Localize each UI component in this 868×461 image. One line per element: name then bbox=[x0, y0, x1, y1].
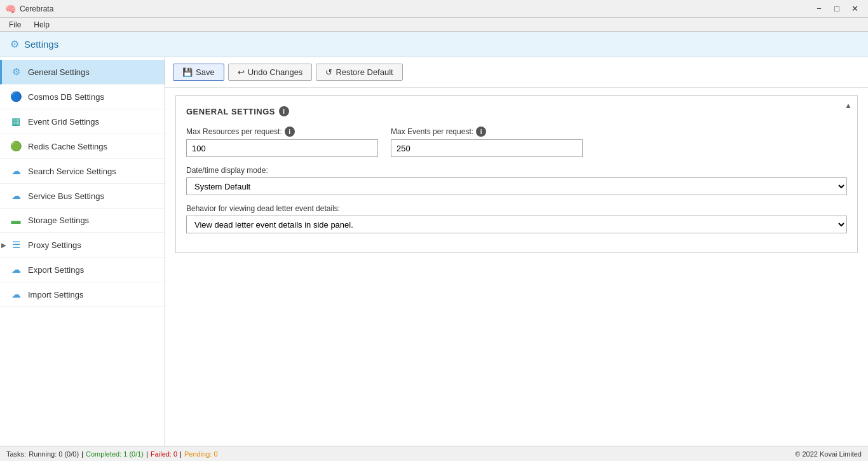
max-events-label-text: Max Events per request: bbox=[391, 127, 473, 136]
sidebar-item-export-label: Export Settings bbox=[28, 265, 84, 275]
maximize-button[interactable]: □ bbox=[829, 3, 845, 15]
sidebar-item-proxy-label: Proxy Settings bbox=[28, 240, 81, 250]
sidebar-item-search-service[interactable]: ☁ Search Service Settings bbox=[0, 159, 165, 184]
status-tasks-label: Tasks: bbox=[6, 450, 26, 458]
max-resources-label: Max Resources per request: i bbox=[186, 127, 378, 137]
max-resources-info-icon[interactable]: i bbox=[285, 127, 295, 137]
collapse-arrow-icon: ▶ bbox=[1, 242, 6, 249]
undo-button[interactable]: ↩ Undo Changes bbox=[228, 64, 313, 81]
sidebar-item-event-grid-label: Event Grid Settings bbox=[28, 117, 99, 127]
behavior-select[interactable]: View dead letter event details in side p… bbox=[186, 216, 847, 233]
minimize-button[interactable]: − bbox=[811, 3, 827, 15]
titlebar-controls: − □ ✕ bbox=[811, 3, 863, 15]
titlebar: 🧠 Cerebrata − □ ✕ bbox=[0, 0, 868, 18]
max-events-info-icon[interactable]: i bbox=[476, 127, 486, 137]
save-button[interactable]: 💾 Save bbox=[173, 64, 224, 81]
section-header: GENERAL SETTINGS i bbox=[186, 106, 847, 116]
behavior-group: Behavior for viewing dead letter event d… bbox=[186, 204, 847, 233]
general-settings-section: ▲ GENERAL SETTINGS i Max Resources per r… bbox=[175, 95, 858, 253]
toolbar: 💾 Save ↩ Undo Changes ↺ Restore Default bbox=[165, 57, 868, 88]
sidebar-item-redis-label: Redis Cache Settings bbox=[28, 142, 107, 151]
status-copyright: © 2022 Kovai Limited bbox=[795, 450, 862, 458]
settings-gear-icon: ⚙ bbox=[10, 38, 19, 50]
titlebar-left: 🧠 Cerebrata bbox=[5, 4, 53, 14]
app-header-title: ⚙ Settings bbox=[10, 38, 58, 50]
sidebar-item-general-settings[interactable]: ⚙ General Settings bbox=[0, 60, 165, 85]
scroll-up-button[interactable]: ▲ bbox=[844, 101, 852, 110]
app-title: Cerebrata bbox=[20, 4, 53, 13]
sidebar-item-cosmos-db[interactable]: 🔵 Cosmos DB Settings bbox=[0, 85, 165, 109]
sidebar-item-import-label: Import Settings bbox=[28, 290, 83, 299]
sidebar-item-storage[interactable]: ▬ Storage Settings bbox=[0, 209, 165, 233]
proxy-icon: ☰ bbox=[10, 239, 22, 251]
save-label: Save bbox=[196, 67, 215, 77]
sidebar-item-service-bus[interactable]: ☁ Service Bus Settings bbox=[0, 184, 165, 209]
max-events-group: Max Events per request: i bbox=[391, 127, 583, 157]
menu-help[interactable]: Help bbox=[27, 19, 56, 31]
sidebar-item-event-grid[interactable]: ▦ Event Grid Settings bbox=[0, 109, 165, 134]
event-grid-icon: ▦ bbox=[10, 116, 22, 127]
status-separator-2: | bbox=[146, 450, 148, 458]
sidebar-item-redis-cache[interactable]: 🟢 Redis Cache Settings bbox=[0, 134, 165, 159]
storage-icon: ▬ bbox=[10, 215, 22, 226]
status-running-text: Running: 0 (0/0) bbox=[29, 450, 79, 458]
status-completed-text: Completed: 1 (0/1) bbox=[86, 450, 144, 458]
status-separator-1: | bbox=[81, 450, 83, 458]
service-bus-icon: ☁ bbox=[10, 190, 22, 202]
behavior-label-text: Behavior for viewing dead letter event d… bbox=[186, 204, 340, 213]
sidebar-item-export[interactable]: ☁ Export Settings bbox=[0, 258, 165, 282]
redis-cache-icon: 🟢 bbox=[10, 141, 22, 152]
behavior-label: Behavior for viewing dead letter event d… bbox=[186, 204, 847, 213]
section-info-icon[interactable]: i bbox=[279, 106, 289, 116]
settings-content: ▲ GENERAL SETTINGS i Max Resources per r… bbox=[165, 88, 868, 446]
status-separator-3: | bbox=[180, 450, 182, 458]
sidebar-item-general-label: General Settings bbox=[28, 67, 90, 77]
max-resources-input[interactable] bbox=[186, 139, 378, 157]
statusbar: Tasks: Running: 0 (0/0) | Completed: 1 (… bbox=[0, 446, 868, 461]
datetime-select[interactable]: System Default Local Time UTC bbox=[186, 177, 847, 195]
app-body: ⚙ Settings ⚙ General Settings 🔵 Cosmos D… bbox=[0, 32, 868, 446]
menu-file[interactable]: File bbox=[3, 19, 27, 31]
menubar: File Help bbox=[0, 18, 868, 32]
sidebar-item-import[interactable]: ☁ Import Settings bbox=[0, 282, 165, 307]
status-tasks: Tasks: Running: 0 (0/0) | Completed: 1 (… bbox=[6, 450, 218, 458]
sidebar-item-storage-label: Storage Settings bbox=[28, 216, 89, 225]
import-icon: ☁ bbox=[10, 289, 22, 300]
status-pending-text: Pending: 0 bbox=[184, 450, 218, 458]
restore-icon: ↺ bbox=[325, 67, 332, 77]
close-button[interactable]: ✕ bbox=[846, 3, 863, 15]
restore-label: Restore Default bbox=[336, 67, 393, 77]
section-title: GENERAL SETTINGS bbox=[186, 107, 275, 116]
search-service-icon: ☁ bbox=[10, 165, 22, 177]
general-settings-icon: ⚙ bbox=[10, 66, 22, 78]
main-panel: 💾 Save ↩ Undo Changes ↺ Restore Default … bbox=[165, 57, 868, 446]
sidebar: ⚙ General Settings 🔵 Cosmos DB Settings … bbox=[0, 57, 165, 446]
content-area: ⚙ General Settings 🔵 Cosmos DB Settings … bbox=[0, 57, 868, 446]
max-events-input[interactable] bbox=[391, 139, 583, 157]
sidebar-item-proxy[interactable]: ▶ ☰ Proxy Settings bbox=[0, 233, 165, 258]
max-events-label: Max Events per request: i bbox=[391, 127, 583, 137]
sidebar-item-search-label: Search Service Settings bbox=[28, 167, 116, 176]
max-resources-label-text: Max Resources per request: bbox=[186, 127, 282, 136]
cosmos-db-icon: 🔵 bbox=[10, 91, 22, 102]
restore-default-button[interactable]: ↺ Restore Default bbox=[316, 64, 402, 81]
undo-icon: ↩ bbox=[238, 67, 245, 77]
status-failed-text: Failed: 0 bbox=[151, 450, 177, 458]
app-header-label: Settings bbox=[24, 39, 58, 50]
save-icon: 💾 bbox=[182, 67, 193, 77]
app-icon: 🧠 bbox=[5, 4, 16, 14]
undo-label: Undo Changes bbox=[248, 67, 303, 77]
resources-events-row: Max Resources per request: i Max Events … bbox=[186, 127, 847, 157]
export-icon: ☁ bbox=[10, 264, 22, 275]
datetime-group: Date/time display mode: System Default L… bbox=[186, 166, 847, 195]
sidebar-item-cosmos-label: Cosmos DB Settings bbox=[28, 92, 104, 102]
datetime-label-text: Date/time display mode: bbox=[186, 166, 268, 175]
app-header: ⚙ Settings bbox=[0, 32, 868, 57]
max-resources-group: Max Resources per request: i bbox=[186, 127, 378, 157]
sidebar-item-service-bus-label: Service Bus Settings bbox=[28, 191, 104, 201]
datetime-label: Date/time display mode: bbox=[186, 166, 847, 175]
